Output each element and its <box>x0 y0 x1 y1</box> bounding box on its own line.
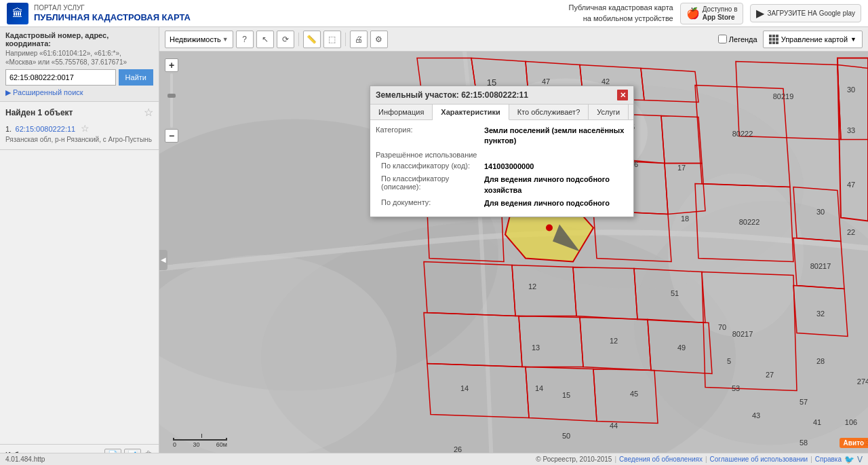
svg-text:15: 15 <box>562 391 570 399</box>
result-cadastral-link[interactable]: 62:15:0080222:11 <box>16 125 76 133</box>
map-tool-question[interactable]: ? <box>236 31 254 48</box>
svg-text:14: 14 <box>535 384 543 392</box>
manage-map-arrow-icon: ▼ <box>850 36 856 43</box>
svg-text:274: 274 <box>857 377 868 386</box>
classifier-desc-row: По классификатору (описание): Для ведени… <box>376 174 628 196</box>
svg-text:80222: 80222 <box>732 130 753 138</box>
svg-text:80222: 80222 <box>739 218 760 226</box>
googleplay-label: ЗАГРУЗИТЕ НА Google play <box>767 10 855 18</box>
zoom-slider-track[interactable] <box>170 73 173 128</box>
zoom-in-button[interactable]: + <box>165 58 178 72</box>
svg-text:22: 22 <box>847 228 855 236</box>
popup-header: Земельный участок: 62:15:0080222:11 ✕ <box>370 86 633 105</box>
classifier-desc-label: По классификатору (описание): <box>376 174 484 191</box>
sidebar-spacer <box>0 150 159 444</box>
footer-right: © Росреестр, 2010-2015 | Сведения об обн… <box>536 455 863 464</box>
classifier-code-value: 141003000000 <box>484 162 628 172</box>
result-item: 1. 62:15:0080222:11 ☆ Рязанская обл, р-н… <box>5 122 153 145</box>
search-button[interactable]: Найти <box>119 69 153 86</box>
search-input[interactable]: 62:15:080222:0017 <box>5 69 116 86</box>
svg-text:47: 47 <box>847 181 855 189</box>
scale-bar: 0 30 60м <box>173 438 227 448</box>
svg-text:106: 106 <box>845 418 857 426</box>
header-right: Публичная кадастровая картана мобильном … <box>568 3 861 24</box>
svg-text:80217: 80217 <box>732 330 753 338</box>
map-tool-refresh[interactable]: ⟳ <box>277 31 294 48</box>
map-title: ПУБЛИЧНАЯ КАДАСТРОВАЯ КАРТА <box>34 12 191 23</box>
svg-point-7 <box>668 174 804 337</box>
permitted-use-label: Разрешённое использование <box>376 151 628 159</box>
document-row: По документу: Для ведения личного подсоб… <box>376 198 628 208</box>
property-type-dropdown[interactable]: Недвижимость ▼ <box>165 31 233 48</box>
toolbar-sep-1 <box>298 33 299 46</box>
header-promo: Публичная кадастровая картана мобильном … <box>568 3 673 24</box>
advanced-search-link[interactable]: ▶ Расширенный поиск <box>5 88 83 96</box>
svg-text:12: 12 <box>528 282 536 291</box>
manage-map-button[interactable]: Управление картой ▼ <box>763 31 863 48</box>
popup-tabs: Информация Характеристики Кто обслуживае… <box>370 105 633 120</box>
dropdown-label: Недвижимость <box>170 35 221 43</box>
map-tool-export[interactable]: ⬚ <box>323 31 341 48</box>
classifier-code-row: По классификатору (код): 141003000000 <box>376 162 628 172</box>
vk-icon[interactable]: V <box>857 455 863 464</box>
results-title: Найден 1 объект <box>5 108 73 117</box>
footer-update-link[interactable]: Сведения об обновлениях <box>619 455 703 463</box>
manage-map-label: Управление картой <box>781 35 848 43</box>
tab-information[interactable]: Информация <box>370 105 433 119</box>
classifier-code-label: По классификатору (код): <box>376 162 484 170</box>
legend-checkbox-label[interactable]: Легенда <box>718 35 757 43</box>
svg-text:33: 33 <box>847 126 855 134</box>
header: 🏛 ПОРТАЛ УСЛУГ ПУБЛИЧНАЯ КАДАСТРОВАЯ КАР… <box>0 0 868 27</box>
results-favorite-star[interactable]: ☆ <box>144 106 153 119</box>
map-toolbar: Недвижимость ▼ ? ↖ ⟳ 📏 ⬚ 🖨 ⚙ Легенда <box>159 27 868 52</box>
results-header: Найден 1 объект ☆ <box>5 106 153 119</box>
map-area[interactable]: Недвижимость ▼ ? ↖ ⟳ 📏 ⬚ 🖨 ⚙ Легенда <box>159 27 868 465</box>
googleplay-badge[interactable]: ▶ ЗАГРУЗИТЕ НА Google play <box>750 4 861 22</box>
popup-title: Земельный участок: 62:15:0080222:11 <box>376 90 528 100</box>
zoom-slider-thumb[interactable] <box>167 94 176 98</box>
svg-text:50: 50 <box>562 432 570 440</box>
map-tool-measure[interactable]: 📏 <box>303 31 321 48</box>
result-number: 1. <box>5 125 12 133</box>
footer-sep-1: | <box>614 455 616 463</box>
sidebar-collapse-handle[interactable]: ◀ <box>159 250 167 270</box>
popup-close-button[interactable]: ✕ <box>617 90 628 100</box>
category-label: Категория: <box>376 126 484 134</box>
sidebar: Кадастровый номер, адрес, координата: На… <box>0 27 159 465</box>
tab-services[interactable]: Услуги <box>589 105 629 119</box>
classifier-desc-value: Для ведения личного подсобного хозяйства <box>484 174 628 196</box>
map-tool-cursor[interactable]: ↖ <box>256 31 274 48</box>
toolbar-sep-2 <box>345 33 346 46</box>
svg-text:57: 57 <box>800 398 808 406</box>
zoom-out-button[interactable]: − <box>165 129 178 143</box>
svg-text:44: 44 <box>610 422 618 430</box>
svg-text:30: 30 <box>847 86 855 94</box>
svg-point-25 <box>546 225 553 231</box>
search-label: Кадастровый номер, адрес, координата: <box>5 31 153 48</box>
toolbar-right: Легенда Управление картой ▼ <box>718 31 863 48</box>
tab-characteristics[interactable]: Характеристики <box>433 105 509 120</box>
svg-text:49: 49 <box>677 343 686 352</box>
footer-agreement-link[interactable]: Соглашение об использовании <box>710 455 808 463</box>
scale-label-0: 0 <box>173 441 176 448</box>
footer: 4.01.484.http © Росреестр, 2010-2015 | С… <box>0 453 868 465</box>
map-tool-settings[interactable]: ⚙ <box>370 31 388 48</box>
result-favorite-star[interactable]: ☆ <box>81 123 90 134</box>
appstore-badge[interactable]: 🍎 Доступно вApp Store <box>680 3 744 24</box>
grid-icon <box>769 35 778 44</box>
twitter-icon[interactable]: 🐦 <box>844 455 854 464</box>
tab-who-serves[interactable]: Кто обслуживает? <box>509 105 589 119</box>
dropdown-arrow-icon: ▼ <box>222 36 229 43</box>
result-address: Рязанская обл, р-н Рязанский, с Агро-Пус… <box>5 135 153 144</box>
legend-label: Легенда <box>729 35 757 43</box>
map-canvas[interactable]: 15 47 42 80219 30 80222 35 35 9 10 16 17… <box>159 52 868 465</box>
footer-sep-2: | <box>705 455 707 463</box>
footer-sep-3: | <box>810 455 812 463</box>
scale-line <box>173 438 227 441</box>
svg-text:42: 42 <box>601 77 610 86</box>
svg-text:17: 17 <box>677 164 686 172</box>
footer-help-link[interactable]: Справка <box>815 455 842 463</box>
legend-checkbox[interactable] <box>718 35 727 43</box>
search-hint: Например «61:6:10104:12», «61:6:*»,«Моск… <box>5 49 153 67</box>
map-tool-print[interactable]: 🖨 <box>350 31 368 48</box>
